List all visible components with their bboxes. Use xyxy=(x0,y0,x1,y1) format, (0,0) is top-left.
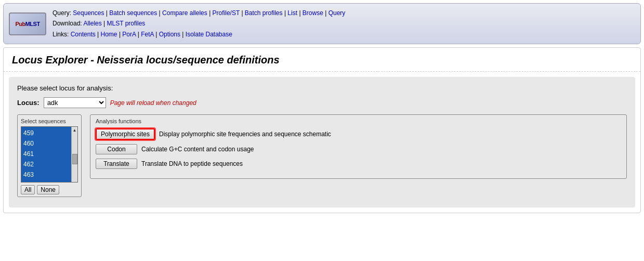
analysis-legend: Analysis functions xyxy=(96,118,621,124)
links-label: Links: xyxy=(52,31,69,38)
locus-label: Locus: xyxy=(17,99,40,107)
locus-row: Locus: adk Page will reload when changed xyxy=(17,97,627,108)
list-item[interactable]: 462 xyxy=(21,159,71,169)
link-browse[interactable]: Browse xyxy=(303,9,323,17)
analysis-functions-group: Analysis functions Polymorphic sites Dis… xyxy=(90,114,627,179)
query-line: Query: Sequences | Batch sequences | Com… xyxy=(52,8,635,18)
link-profile-st[interactable]: Profile/ST xyxy=(213,9,240,17)
link-home[interactable]: Home xyxy=(101,31,117,38)
link-pora[interactable]: PorA xyxy=(122,31,136,38)
link-list[interactable]: List xyxy=(287,9,297,17)
sequence-list: 459 460 461 462 463 464 xyxy=(21,127,71,182)
instruction-text: Please select locus for analysis: xyxy=(17,84,627,92)
analysis-row-polymorphic: Polymorphic sites Display polymorphic si… xyxy=(96,128,621,140)
list-item[interactable]: 460 xyxy=(21,138,71,149)
content-area: Please select locus for analysis: Locus:… xyxy=(9,77,635,207)
link-isolate-db[interactable]: Isolate Database xyxy=(186,31,232,38)
all-none-row: All None xyxy=(21,185,78,194)
analysis-row-translate: Translate Translate DNA to peptide seque… xyxy=(96,159,621,169)
link-sequences[interactable]: Sequences xyxy=(73,9,104,17)
query-label: Query: xyxy=(52,9,71,17)
download-label: Download: xyxy=(52,20,82,27)
link-contents[interactable]: Contents xyxy=(71,31,96,38)
none-button[interactable]: None xyxy=(37,185,59,194)
scroll-up-arrow[interactable]: ▲ xyxy=(73,127,77,134)
sequence-scrollbar[interactable]: ▲ ▼ xyxy=(71,127,77,182)
translate-desc: Translate DNA to peptide sequences xyxy=(141,160,243,167)
polymorphic-sites-button[interactable]: Polymorphic sites xyxy=(96,128,155,140)
locus-select[interactable]: adk xyxy=(44,97,106,108)
download-line: Download: Alleles | MLST profiles xyxy=(52,18,635,29)
page-title: Locus Explorer - Neisseria locus/sequenc… xyxy=(12,54,632,66)
logo-area: PubMLST xyxy=(9,12,46,35)
link-batch-sequences[interactable]: Batch sequences xyxy=(109,9,157,17)
link-compare-alleles[interactable]: Compare alleles xyxy=(162,9,207,17)
link-batch-profiles[interactable]: Batch profiles xyxy=(245,9,283,17)
list-item[interactable]: 461 xyxy=(21,149,71,159)
codon-desc: Calculate G+C content and codon usage xyxy=(141,146,254,153)
translate-button[interactable]: Translate xyxy=(96,159,137,169)
pubmlst-logo: PubMLST xyxy=(9,12,46,35)
two-col-layout: Select sequences 459 460 461 462 463 464… xyxy=(17,114,627,197)
list-item[interactable]: 463 xyxy=(21,169,71,180)
codon-button[interactable]: Codon xyxy=(96,144,137,154)
header-links: Query: Sequences | Batch sequences | Com… xyxy=(52,8,635,40)
link-query[interactable]: Query xyxy=(328,9,346,17)
link-feta[interactable]: FetA xyxy=(141,31,154,38)
link-alleles[interactable]: Alleles xyxy=(83,20,101,27)
links-line: Links: Contents | Home | PorA | FetA | O… xyxy=(52,29,635,40)
select-sequences-group: Select sequences 459 460 461 462 463 464… xyxy=(17,114,82,197)
all-button[interactable]: All xyxy=(21,185,35,194)
main-content: Locus Explorer - Neisseria locus/sequenc… xyxy=(3,47,641,213)
page-title-bar: Locus Explorer - Neisseria locus/sequenc… xyxy=(4,48,640,72)
link-options[interactable]: Options xyxy=(159,31,180,38)
list-item[interactable]: 459 xyxy=(21,128,71,138)
header: PubMLST Query: Sequences | Batch sequenc… xyxy=(3,3,641,44)
sequence-listbox[interactable]: 459 460 461 462 463 464 ▲ ▼ xyxy=(21,126,78,182)
link-mlst-profiles[interactable]: MLST profiles xyxy=(107,20,146,27)
analysis-row-codon: Codon Calculate G+C content and codon us… xyxy=(96,144,621,154)
reload-hint: Page will reload when changed xyxy=(110,99,196,107)
list-item[interactable]: 464 xyxy=(21,180,71,182)
select-sequences-legend: Select sequences xyxy=(21,118,78,124)
scroll-thumb[interactable] xyxy=(72,154,77,164)
polymorphic-sites-desc: Display polymorphic site frequencies and… xyxy=(159,130,331,138)
